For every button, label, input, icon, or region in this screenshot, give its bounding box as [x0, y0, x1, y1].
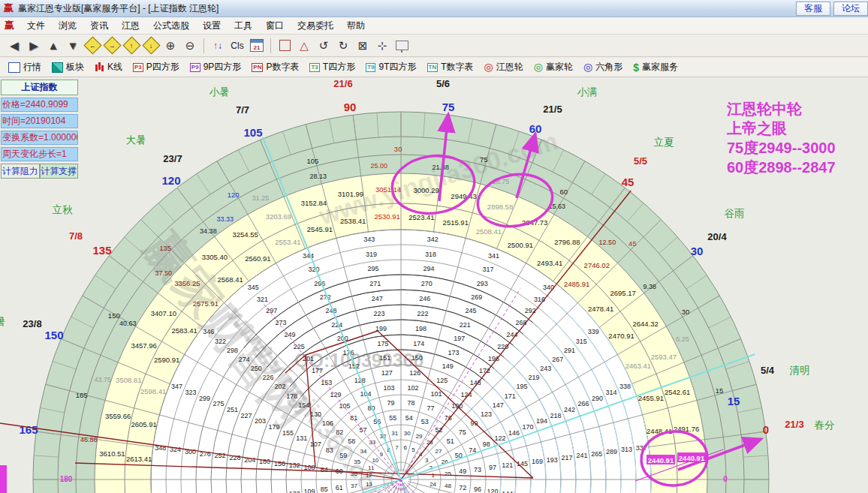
svg-text:2478.41: 2478.41: [588, 305, 613, 313]
svg-text:3203.69: 3203.69: [266, 212, 291, 221]
svg-text:341: 341: [488, 252, 499, 260]
svg-text:2530.91: 2530.91: [375, 212, 400, 221]
svg-text:2463.41: 2463.41: [625, 362, 651, 370]
svg-text:53: 53: [421, 418, 429, 425]
calc-support-button[interactable]: 计算支撑: [40, 164, 79, 179]
svg-text:2644.32: 2644.32: [632, 320, 658, 328]
svg-text:0: 0: [723, 475, 728, 483]
svg-text:153: 153: [321, 379, 332, 386]
svg-text:90: 90: [344, 101, 357, 113]
svg-text:195: 195: [517, 383, 528, 390]
svg-text:294: 294: [423, 265, 434, 272]
svg-text:12.50: 12.50: [599, 239, 616, 246]
svg-text:226: 226: [263, 374, 274, 381]
svg-text:318: 318: [425, 251, 436, 258]
svg-text:338: 338: [619, 383, 631, 390]
svg-text:223: 223: [373, 310, 384, 317]
svg-text:219: 219: [528, 374, 539, 381]
svg-text:立夏: 立夏: [654, 137, 675, 148]
svg-text:春分: 春分: [815, 419, 835, 431]
svg-text:2500.91: 2500.91: [508, 241, 533, 249]
svg-text:217: 217: [562, 454, 573, 461]
svg-text:218: 218: [550, 412, 562, 419]
svg-text:29: 29: [416, 433, 423, 440]
svg-text:83: 83: [326, 446, 333, 454]
svg-text:197: 197: [454, 335, 465, 342]
svg-text:323: 323: [185, 389, 197, 396]
svg-text:155: 155: [282, 429, 294, 437]
svg-text:2583.41: 2583.41: [171, 326, 197, 335]
svg-text:61: 61: [336, 484, 343, 491]
svg-text:37: 37: [351, 482, 357, 489]
svg-text:43.75: 43.75: [94, 376, 111, 383]
svg-text:3508.81: 3508.81: [116, 376, 141, 384]
svg-text:101: 101: [431, 390, 442, 398]
svg-text:13: 13: [366, 481, 372, 488]
svg-text:127: 127: [381, 369, 393, 377]
svg-text:59: 59: [339, 452, 347, 459]
svg-text:150: 150: [44, 329, 63, 341]
svg-text:193: 193: [547, 456, 558, 464]
svg-text:25: 25: [445, 470, 451, 477]
svg-text:57: 57: [359, 426, 366, 434]
svg-text:27: 27: [436, 448, 442, 455]
svg-text:105: 105: [243, 126, 262, 139]
svg-text:2455.91: 2455.91: [638, 394, 664, 402]
svg-text:31: 31: [391, 430, 398, 437]
svg-text:30: 30: [404, 430, 411, 437]
svg-text:5: 5: [411, 446, 415, 453]
svg-text:2515.91: 2515.91: [443, 218, 469, 227]
svg-text:33.33: 33.33: [217, 215, 234, 223]
svg-text:21/6: 21/6: [333, 78, 352, 89]
svg-text:2575.91: 2575.91: [193, 299, 219, 308]
svg-text:30: 30: [691, 245, 704, 257]
svg-text:151: 151: [379, 354, 390, 362]
svg-text:23/7: 23/7: [163, 153, 182, 164]
svg-text:40.63: 40.63: [119, 320, 137, 327]
svg-text:34.38: 34.38: [200, 227, 217, 235]
svg-text:342: 342: [427, 236, 439, 243]
panel-field-0: 价格=2440.9099: [1, 98, 78, 112]
wheel-annotation-note: 江恩轮中轮上帝之眼75度2949--300060度2898--2847: [727, 99, 836, 177]
svg-text:120: 120: [487, 488, 498, 493]
annotation-line-1: 上帝之眼: [727, 119, 836, 138]
svg-text:125: 125: [436, 377, 448, 384]
svg-text:97: 97: [489, 464, 496, 471]
svg-text:131: 131: [296, 434, 307, 442]
svg-text:130: 130: [310, 410, 321, 418]
svg-text:105: 105: [306, 157, 318, 165]
svg-text:107: 107: [310, 440, 321, 448]
svg-text:5/6: 5/6: [436, 78, 450, 89]
svg-text:149: 149: [442, 362, 454, 370]
svg-text:21/3: 21/3: [785, 419, 803, 430]
svg-text:194: 194: [536, 417, 547, 425]
svg-text:55: 55: [389, 414, 396, 422]
svg-text:2440.91: 2440.91: [648, 456, 674, 464]
svg-text:102: 102: [408, 384, 419, 392]
svg-text:170: 170: [523, 423, 534, 431]
svg-text:172: 172: [479, 367, 490, 374]
svg-text:146: 146: [508, 429, 520, 437]
svg-text:289: 289: [606, 448, 617, 455]
svg-text:11: 11: [368, 464, 375, 471]
svg-text:293: 293: [477, 280, 488, 287]
svg-text:75: 75: [459, 428, 466, 436]
svg-text:346: 346: [203, 328, 214, 335]
panel-rows: 价格=2440.9099时间=20190104变换系数=1.000000周天变化…: [1, 98, 78, 161]
svg-text:45: 45: [622, 176, 634, 188]
svg-text:0: 0: [763, 423, 769, 436]
svg-text:313: 313: [621, 446, 632, 453]
svg-text:2440.91: 2440.91: [679, 454, 705, 462]
calc-resistance-button[interactable]: 计算阻力: [1, 164, 40, 179]
svg-text:314: 314: [605, 389, 616, 396]
svg-text:221: 221: [460, 321, 471, 329]
svg-text:269: 269: [471, 293, 482, 301]
svg-text:275: 275: [213, 400, 225, 407]
svg-text:178: 178: [286, 392, 297, 400]
svg-text:20/4: 20/4: [707, 231, 727, 242]
panel-buttons: 计算阻力计算支撑: [1, 164, 78, 179]
svg-text:46.88: 46.88: [80, 436, 98, 443]
svg-text:204: 204: [244, 456, 255, 464]
svg-text:241: 241: [576, 452, 587, 459]
svg-text:106: 106: [322, 419, 333, 427]
